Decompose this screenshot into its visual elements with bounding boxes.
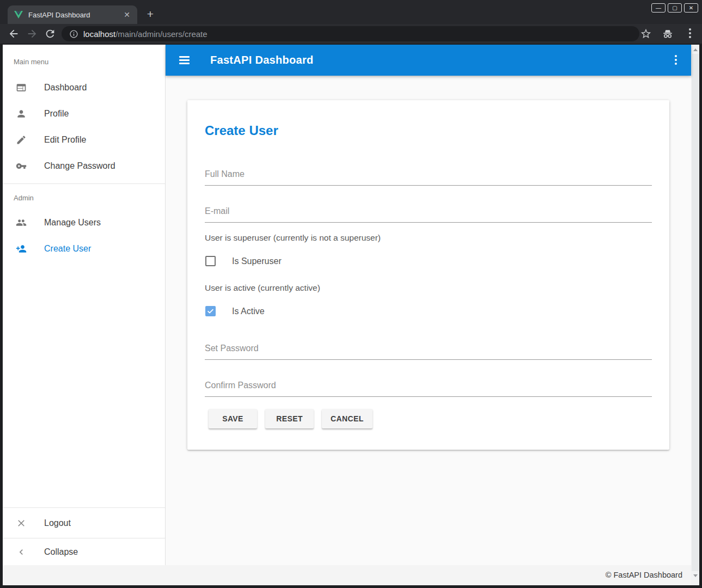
back-icon[interactable] [8, 28, 20, 40]
create-user-card: Create User Full Name E-mail User is sup… [187, 100, 669, 450]
pencil-icon [16, 134, 27, 145]
people-icon [16, 217, 27, 228]
person-icon [16, 108, 27, 119]
person-add-icon [16, 243, 27, 254]
sidebar-item-profile[interactable]: Profile [3, 101, 165, 127]
key-icon [16, 161, 27, 171]
footer: © FastAPI Dashboard [3, 565, 691, 585]
page: Main menu Dashboard Profile Edit Profile… [3, 45, 699, 585]
vue-logo-icon [14, 10, 23, 19]
incognito-icon [661, 28, 674, 40]
sidebar-bottom: Logout Collapse [3, 507, 165, 565]
scrollbar-down-icon[interactable] [693, 574, 698, 577]
app-bar: FastAPI Dashboard [166, 45, 691, 76]
check-icon [206, 307, 215, 315]
is-active-label[interactable]: Is Active [232, 307, 265, 316]
sidebar-item-label: Edit Profile [44, 135, 86, 145]
sidebar-item-label: Profile [44, 109, 69, 119]
sidebar: Main menu Dashboard Profile Edit Profile… [3, 45, 166, 565]
chevron-left-icon [16, 547, 27, 558]
superuser-hint: User is superuser (currently is not a su… [205, 233, 381, 243]
sidebar-item-label: Change Password [44, 161, 115, 171]
window-close-button[interactable]: ✕ [684, 3, 698, 13]
url-path: /main/admin/users/create [115, 29, 207, 39]
main-content: Create User Full Name E-mail User is sup… [166, 76, 691, 565]
close-icon [16, 518, 27, 529]
save-button[interactable]: SAVE [209, 409, 257, 428]
sidebar-item-logout[interactable]: Logout [3, 507, 165, 538]
address-bar[interactable]: localhost/main/admin/users/create [62, 26, 639, 41]
email-field[interactable]: E-mail [205, 206, 229, 216]
bookmark-star-icon[interactable] [640, 28, 652, 40]
tab-close-icon[interactable]: ✕ [122, 10, 132, 20]
sidebar-item-dashboard[interactable]: Dashboard [3, 75, 165, 101]
sidebar-item-label: Logout [44, 518, 71, 528]
new-tab-button[interactable]: + [144, 8, 157, 21]
web-icon [16, 82, 27, 93]
browser-toolbar: localhost/main/admin/users/create [0, 24, 702, 44]
copyright-text: © FastAPI Dashboard [606, 571, 682, 579]
forward-icon[interactable] [26, 28, 38, 40]
email-underline [205, 222, 652, 223]
window-controls: — ▢ ✕ [651, 3, 698, 13]
sidebar-item-create-user[interactable]: Create User [3, 236, 165, 262]
superuser-checkbox-row: Is Superuser [205, 256, 282, 266]
window-minimize-button[interactable]: — [651, 3, 666, 13]
window-maximize-button[interactable]: ▢ [668, 3, 682, 13]
page-scrollbar[interactable] [691, 45, 699, 585]
is-superuser-label[interactable]: Is Superuser [232, 256, 282, 266]
sidebar-item-edit-profile[interactable]: Edit Profile [3, 127, 165, 153]
scrollbar-thumb[interactable] [692, 54, 699, 571]
browser-titlebar: FastAPI Dashboard ✕ + — ▢ ✕ [0, 0, 702, 24]
set-password-underline [205, 359, 652, 360]
page-title: Create User [205, 123, 278, 138]
scrollbar-up-icon[interactable] [693, 48, 698, 51]
confirm-password-field[interactable]: Confirm Password [205, 381, 276, 390]
active-checkbox-row: Is Active [205, 306, 265, 316]
active-hint: User is active (currently active) [205, 283, 320, 293]
sidebar-item-change-password[interactable]: Change Password [3, 153, 165, 179]
hamburger-menu-icon[interactable] [179, 56, 190, 64]
sidebar-section-admin: Admin [3, 184, 165, 210]
sidebar-item-manage-users[interactable]: Manage Users [3, 210, 165, 236]
is-active-checkbox[interactable] [205, 306, 216, 316]
cancel-button[interactable]: CANCEL [322, 409, 373, 428]
app-bar-title: FastAPI Dashboard [210, 54, 314, 66]
reload-icon[interactable] [44, 28, 56, 40]
confirm-password-underline [205, 396, 652, 397]
app-bar-menu-icon[interactable] [675, 55, 677, 66]
browser-tab[interactable]: FastAPI Dashboard ✕ [8, 5, 137, 24]
form-actions: SAVE RESET CANCEL [209, 409, 373, 428]
reset-button[interactable]: RESET [265, 409, 314, 428]
site-info-icon[interactable] [69, 29, 78, 39]
tab-title: FastAPI Dashboard [28, 11, 122, 19]
sidebar-item-collapse[interactable]: Collapse [3, 538, 165, 565]
browser-menu-icon[interactable] [689, 28, 691, 39]
is-superuser-checkbox[interactable] [205, 256, 216, 266]
sidebar-item-label: Create User [44, 244, 91, 254]
sidebar-item-label: Manage Users [44, 218, 101, 228]
full-name-field[interactable]: Full Name [205, 169, 245, 179]
sidebar-item-label: Dashboard [44, 83, 87, 93]
full-name-underline [205, 185, 652, 186]
url-host: localhost [83, 29, 115, 39]
set-password-field[interactable]: Set Password [205, 344, 259, 353]
sidebar-section-main-menu: Main menu [3, 45, 165, 75]
sidebar-item-label: Collapse [44, 547, 78, 557]
